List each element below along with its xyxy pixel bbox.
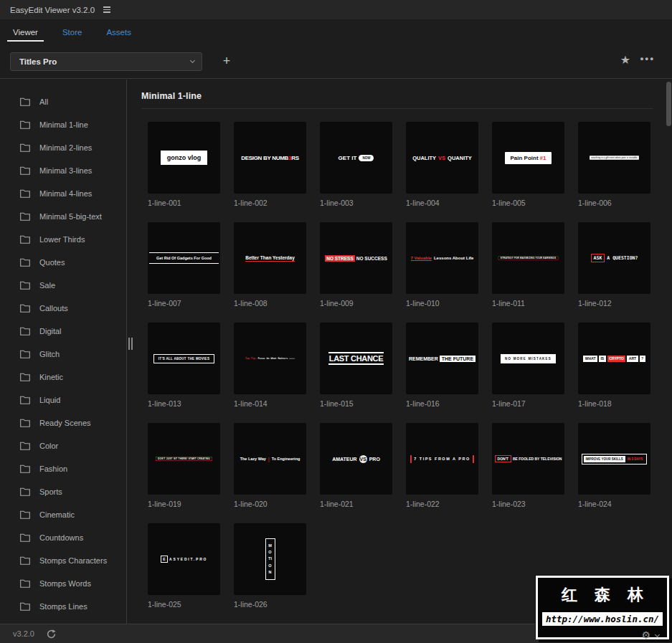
template-label: 1-line-005 — [492, 199, 564, 207]
collection-dropdown[interactable]: Titles Pro — [10, 52, 202, 71]
thumbnail-text-segment: IT'S ALL ABOUT THE MOVIES — [158, 357, 209, 361]
sidebar-item-minimal-4-lines[interactable]: Minimal 4-lines — [0, 182, 126, 205]
sidebar-item-glitch[interactable]: Glitch — [0, 343, 126, 366]
thumbnail-preview: MOTION — [265, 538, 275, 579]
template-thumbnail-1-line-019[interactable]: DON'T JUST SIT THERE! START CREATING — [148, 423, 220, 495]
thumbnail-text-segment: E — [161, 556, 168, 563]
template-label: 1-line-001 — [148, 199, 220, 207]
collection-dropdown-value: Titles Pro — [19, 57, 57, 66]
sidebar-item-minimal-1-line[interactable]: Minimal 1-line — [0, 113, 126, 136]
template-thumbnail-1-line-016[interactable]: REMEMBERTHE FUTURE — [406, 323, 478, 394]
sidebar-item-sports[interactable]: Sports — [0, 480, 126, 503]
template-thumbnail-1-line-010[interactable]: 7 ValuableLessons About Life — [406, 222, 478, 294]
template-item: NO STRESSNO SUCCESS1-line-009 — [320, 222, 392, 323]
chevron-down-icon[interactable] — [655, 632, 660, 637]
template-thumbnail-1-line-023[interactable]: DON'TBE FOOLED BY TELEVISION — [492, 423, 564, 495]
template-thumbnail-1-line-012[interactable]: ASKA QUESTION? — [578, 222, 650, 294]
template-item: QUALITYVSQUANITY1-line-004 — [406, 122, 478, 222]
sidebar-item-lower-thirds[interactable]: Lower Thirds — [0, 228, 126, 251]
sidebar-item-label: Liquid — [39, 396, 60, 404]
sidebar-item-kinetic[interactable]: Kinetic — [0, 366, 126, 389]
sidebar-item-label: Fashion — [39, 465, 67, 473]
sidebar-item-callouts[interactable]: Callouts — [0, 297, 126, 320]
template-label: 1-line-026 — [234, 600, 306, 609]
sidebar-item-stomps-words[interactable]: Stomps Words — [0, 572, 126, 595]
menu-icon[interactable] — [103, 6, 110, 13]
sidebar-item-quotes[interactable]: Quotes — [0, 251, 126, 274]
sidebar-item-sale[interactable]: Sale — [0, 274, 126, 297]
template-thumbnail-1-line-024[interactable]: IMPROVE YOUR SKILLSIN 3 DAYS — [578, 423, 650, 495]
template-thumbnail-1-line-015[interactable]: LAST CHANCE — [320, 323, 392, 394]
plus-icon[interactable]: + — [217, 52, 236, 70]
thumbnail-preview: AMATEURVSPRO — [332, 455, 380, 463]
folder-icon — [20, 189, 30, 198]
thumbnail-text-segment: 7 TIPS FROM A PRO — [414, 457, 470, 461]
sidebar-item-color[interactable]: Color — [0, 434, 126, 457]
thumbnail-text-segment: NO STRESS — [325, 255, 355, 262]
sidebar-item-label: Stomps Characters — [39, 556, 107, 565]
template-thumbnail-1-line-006[interactable]: watching is a gift even when pain is inv… — [578, 122, 650, 194]
ellipsis-icon[interactable]: ●●● — [640, 55, 655, 62]
template-thumbnail-1-line-021[interactable]: AMATEURVSPRO — [320, 423, 392, 495]
template-thumbnail-1-line-007[interactable]: Get Rid Of Gadgets For Good — [148, 222, 220, 294]
template-thumbnail-1-line-002[interactable]: DESIGN BY NUMB3RS — [234, 122, 306, 194]
folder-icon — [20, 396, 30, 404]
template-thumbnail-1-line-020[interactable]: The Lazy Way|To Engineering — [234, 423, 306, 495]
scrollbar-track[interactable] — [666, 80, 672, 643]
template-thumbnail-1-line-009[interactable]: NO STRESSNO SUCCESS — [320, 222, 392, 294]
sidebar-item-fashion[interactable]: Fashion — [0, 457, 126, 480]
folder-icon — [20, 510, 30, 519]
sidebar-item-digital[interactable]: Digital — [0, 320, 126, 343]
thumbnail-preview: ASKA QUESTION? — [591, 254, 638, 262]
template-thumbnail-1-line-001[interactable]: gonzo vlog — [148, 122, 220, 194]
folder-icon — [20, 304, 30, 313]
sidebar-item-label: Minimal 3-lines — [39, 166, 92, 175]
template-thumbnail-1-line-004[interactable]: QUALITYVSQUANITY — [406, 122, 478, 194]
template-thumbnail-1-line-018[interactable]: WHATISCRYPTOART? — [578, 323, 650, 394]
template-item: REMEMBERTHE FUTURE1-line-016 — [406, 323, 478, 423]
template-thumbnail-1-line-003[interactable]: GET ITNOW — [320, 122, 392, 194]
sidebar-item-all[interactable]: All — [0, 90, 126, 113]
template-thumbnail-1-line-017[interactable]: NO MORE MISTAKES — [492, 323, 564, 394]
folder-icon — [20, 442, 30, 450]
folder-icon — [20, 487, 30, 496]
sidebar-item-minimal-2-lines[interactable]: Minimal 2-lines — [0, 136, 126, 159]
sidebar-item-minimal-3-lines[interactable]: Minimal 3-lines — [0, 159, 126, 182]
thumbnail-preview: IMPROVE YOUR SKILLSIN 3 DAYS — [582, 454, 648, 465]
template-label: 1-line-008 — [234, 299, 306, 308]
tab-assets[interactable]: Assets — [100, 22, 137, 42]
template-thumbnail-1-line-011[interactable]: STRATEGY FOR MAXIMIZING YOUR EARNINGS — [492, 222, 564, 294]
template-thumbnail-1-line-008[interactable]: Better Than Yesterday — [234, 222, 306, 294]
gear-icon[interactable]: ⚙ — [641, 630, 650, 640]
sidebar-item-cinematic[interactable]: Cinematic — [0, 503, 126, 526]
template-thumbnail-1-line-013[interactable]: IT'S ALL ABOUT THE MOVIES — [148, 323, 220, 394]
template-thumbnail-1-line-014[interactable]: Top Tip:Focus On What Matters———— — [234, 323, 306, 394]
titlebar: EasyEdit Viewer v3.2.0 — [0, 0, 672, 19]
star-icon[interactable]: ★ — [620, 53, 630, 67]
sidebar-item-ready-scenes[interactable]: Ready Scenes — [0, 411, 126, 434]
sidebar-item-liquid[interactable]: Liquid — [0, 389, 126, 411]
sidebar-item-countdowns[interactable]: Countdowns — [0, 526, 126, 549]
scrollbar-thumb[interactable] — [666, 82, 671, 126]
sidebar-item-label: Stomps Words — [39, 579, 91, 588]
refresh-icon[interactable] — [46, 629, 57, 639]
template-label: 1-line-009 — [320, 299, 392, 308]
sidebar-item-label: Stomps Lines — [39, 602, 87, 611]
template-thumbnail-1-line-005[interactable]: Pain Point#1 — [492, 122, 564, 194]
sidebar-item-stomps-characters[interactable]: Stomps Characters — [0, 549, 126, 572]
sidebar-item-minimal-5-big-text[interactable]: Minimal 5-big-text — [0, 205, 126, 228]
thumbnail-preview: 7 ValuableLessons About Life — [411, 256, 474, 261]
thumbnail-text-segment: Focus On What Matters — [258, 357, 288, 360]
sidebar-item-stomps-lines[interactable]: Stomps Lines — [0, 595, 126, 618]
template-thumbnail-1-line-022[interactable]: 7 TIPS FROM A PRO — [406, 423, 478, 495]
tab-viewer[interactable]: Viewer — [7, 22, 44, 42]
template-label: 1-line-025 — [148, 600, 220, 609]
template-label: 1-line-002 — [234, 199, 306, 207]
sidebar-item-label: Color — [39, 442, 58, 450]
thumbnail-text-segment: watching is a gift even when pain is inv… — [590, 156, 639, 160]
folder-icon — [20, 350, 30, 358]
template-thumbnail-1-line-025[interactable]: EASYEDIT.PRO — [148, 523, 220, 595]
template-label: 1-line-014 — [234, 399, 306, 408]
tab-store[interactable]: Store — [57, 22, 88, 42]
template-thumbnail-1-line-026[interactable]: MOTION — [234, 523, 306, 595]
